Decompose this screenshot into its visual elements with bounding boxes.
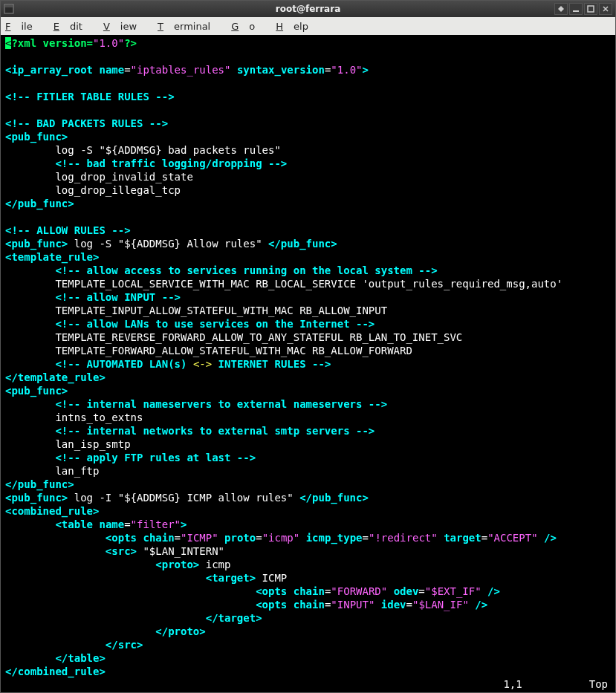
- svg-line-6: [603, 7, 608, 11]
- terminal-line: <pub_func> log -I "${ADDMSG} ICMP allow …: [5, 491, 612, 504]
- terminal-line: <src> "$LAN_INTERN": [5, 544, 612, 558]
- cursor-position: 1,1: [503, 677, 522, 691]
- terminal-line: [5, 50, 612, 63]
- menu-file[interactable]: File: [5, 21, 43, 32]
- terminal-line: <!-- internal nameservers to external na…: [5, 397, 612, 411]
- terminal-line: <!-- allow INPUT -->: [5, 290, 612, 304]
- terminal-line: <pub_func>: [5, 130, 612, 143]
- minimize-button[interactable]: [569, 3, 583, 15]
- terminal-line: log -S "${ADDMSG} bad packets rules": [5, 143, 612, 157]
- menu-go[interactable]: Go: [231, 21, 265, 32]
- svg-rect-3: [573, 10, 579, 12]
- terminal-window: root@ferrara File Edit View Terminal Go …: [0, 0, 616, 693]
- svg-rect-1: [5, 5, 13, 7]
- terminal-line: </proto>: [5, 625, 612, 638]
- stick-button[interactable]: [554, 3, 568, 15]
- terminal-line: </pub_func>: [5, 478, 612, 491]
- terminal-content[interactable]: <?xml version="1.0"?> <ip_array_root nam…: [1, 35, 615, 692]
- svg-rect-4: [588, 6, 594, 12]
- terminal-line: </combined_rule>: [5, 665, 612, 678]
- terminal-line: <ip_array_root name="iptables_rules" syn…: [5, 63, 612, 77]
- menu-edit[interactable]: Edit: [54, 21, 93, 32]
- terminal-line: <!-- BAD PACKETS RULES -->: [5, 117, 612, 130]
- terminal-line: <target> ICMP: [5, 571, 612, 585]
- maximize-button[interactable]: [584, 3, 597, 15]
- menu-help[interactable]: Help: [276, 21, 319, 32]
- window-buttons: [554, 3, 612, 15]
- svg-marker-2: [558, 6, 564, 12]
- close-button[interactable]: [599, 3, 612, 15]
- terminal-line: </template_rule>: [5, 371, 612, 384]
- svg-line-5: [603, 7, 608, 11]
- terminal-line: <!-- allow access to services running on…: [5, 264, 612, 277]
- window-title: root@ferrara: [276, 4, 340, 14]
- terminal-line: intns_to_extns: [5, 411, 612, 424]
- terminal-line: <template_rule>: [5, 250, 612, 264]
- terminal-line: <opts chain="FORWARD" odev="$EXT_IF" />: [5, 585, 612, 598]
- terminal-line: <!-- AUTOMATED LAN(s) <-> INTERNET RULES…: [5, 357, 612, 371]
- menubar: File Edit View Terminal Go Help: [1, 17, 615, 35]
- titlebar[interactable]: root@ferrara: [1, 1, 615, 17]
- terminal-line: <!-- allow LANs to use services on the I…: [5, 317, 612, 331]
- terminal-line: TEMPLATE_LOCAL_SERVICE_WITH_MAC RB_LOCAL…: [5, 277, 612, 290]
- terminal-line: TEMPLATE_REVERSE_FORWARD_ALLOW_TO_ANY_ST…: [5, 331, 612, 344]
- app-icon: [4, 4, 14, 14]
- terminal-line: <proto> icmp: [5, 558, 612, 571]
- terminal-line: </table>: [5, 651, 612, 665]
- terminal-line: <pub_func> log -S "${ADDMSG} Allow rules…: [5, 237, 612, 250]
- terminal-line: lan_ftp: [5, 464, 612, 478]
- terminal-line: <combined_rule>: [5, 504, 612, 518]
- terminal-line: <opts chain="ICMP" proto="icmp" icmp_typ…: [5, 531, 612, 544]
- terminal-line: <!-- internal networks to external smtp …: [5, 424, 612, 437]
- vim-status: 1,1 Top: [503, 677, 608, 691]
- terminal-line: log_drop_illegal_tcp: [5, 183, 612, 197]
- terminal-line: <?xml version="1.0"?>: [5, 36, 612, 50]
- terminal-line: log_drop_invalid_state: [5, 170, 612, 183]
- terminal-line: [5, 210, 612, 224]
- terminal-line: lan_isp_smtp: [5, 437, 612, 451]
- terminal-line: <!-- apply FTP rules at last -->: [5, 451, 612, 464]
- terminal-line: TEMPLATE_INPUT_ALLOW_STATEFUL_WITH_MAC R…: [5, 304, 612, 317]
- terminal-line: </src>: [5, 638, 612, 651]
- terminal-line: <!-- ALLOW RULES -->: [5, 224, 612, 237]
- terminal-line: TEMPLATE_FORWARD_ALLOW_STATEFUL_WITH_MAC…: [5, 344, 612, 357]
- terminal-line: </pub_func>: [5, 197, 612, 210]
- terminal-line: [5, 77, 612, 90]
- terminal-line: <!-- bad traffic logging/dropping -->: [5, 157, 612, 170]
- terminal-line: <table name="filter">: [5, 518, 612, 531]
- menu-view[interactable]: View: [103, 21, 147, 32]
- terminal-line: <pub_func>: [5, 384, 612, 397]
- scroll-position: Top: [589, 677, 608, 691]
- terminal-line: <opts chain="INPUT" idev="$LAN_IF" />: [5, 598, 612, 611]
- terminal-line: </target>: [5, 611, 612, 625]
- terminal-line: <!-- FITLER TABLE RULES -->: [5, 90, 612, 103]
- menu-terminal[interactable]: Terminal: [158, 21, 221, 32]
- terminal-line: [5, 103, 612, 117]
